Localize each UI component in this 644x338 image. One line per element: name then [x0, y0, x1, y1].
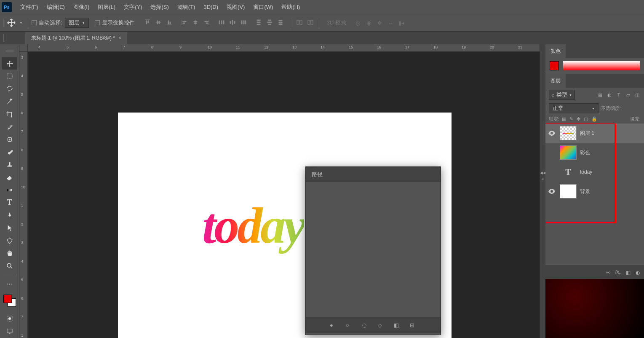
distribute-v-icon[interactable] [254, 17, 264, 27]
auto-select-target-dropdown[interactable]: 图层 ▼ [65, 18, 89, 28]
menu-file[interactable]: 文件(F) [16, 0, 43, 14]
clone-stamp-tool[interactable] [2, 158, 17, 171]
type-tool[interactable]: T [2, 196, 17, 209]
link-layers-icon[interactable]: ⚯ [606, 270, 610, 276]
layer-fx-icon[interactable]: fx▾ [615, 269, 621, 276]
menu-help[interactable]: 帮助(H) [277, 0, 304, 14]
layer-row[interactable]: 图层 1 [545, 123, 644, 143]
gradient-tool[interactable] [2, 184, 17, 196]
panel-menu-icon[interactable]: ≡ [542, 177, 544, 181]
3d-pan-icon[interactable]: ✥ [374, 18, 385, 28]
close-tab-icon[interactable]: × [118, 35, 121, 41]
color-swatch-icon[interactable] [550, 61, 559, 70]
menu-type[interactable]: 文字(Y) [120, 0, 146, 14]
layer-name-label[interactable]: 背景 [580, 188, 590, 195]
fill-path-icon[interactable]: ● [330, 322, 337, 329]
layer-thumbnail[interactable] [560, 145, 577, 160]
edit-toolbar-button[interactable]: ⋯ [2, 278, 17, 290]
filter-shape-icon[interactable]: ▱ [625, 91, 631, 98]
align-right-icon[interactable] [201, 17, 211, 27]
shape-tool[interactable] [2, 234, 17, 247]
distribute-h-icon[interactable] [216, 17, 227, 27]
auto-align2-icon[interactable] [305, 17, 315, 27]
expand-panel-icon[interactable]: ◀◀ [540, 171, 546, 175]
lock-position-icon[interactable]: ✥ [577, 116, 580, 122]
lasso-tool[interactable] [2, 83, 17, 95]
lock-all-icon[interactable]: 🔒 [591, 116, 597, 122]
document-tab[interactable]: 未标题-1 @ 100% (图层 1, RGB/8#) * × [25, 32, 127, 44]
fg-color-swatch[interactable] [3, 295, 12, 303]
show-transform-checkbox[interactable] [95, 20, 100, 25]
magic-wand-tool[interactable] [2, 95, 17, 107]
layer-type-filter-dropdown[interactable]: ⌕ 类型 ▼ [549, 90, 575, 100]
align-vcenter-icon[interactable] [153, 17, 163, 27]
color-swatches[interactable] [3, 295, 16, 307]
visibility-eye-icon[interactable] [547, 131, 556, 136]
distribute-right-icon[interactable] [238, 17, 249, 27]
filter-adjust-icon[interactable]: ◐ [606, 91, 613, 98]
menu-3d[interactable]: 3D(D) [199, 0, 222, 14]
new-path-icon[interactable]: ⊞ [410, 322, 417, 329]
collapsed-panel-strip[interactable]: ◀◀ ≡ [540, 44, 545, 338]
layer-row[interactable]: 背景 [545, 182, 644, 201]
layers-tab[interactable]: 图层 [545, 74, 566, 88]
auto-select-checkbox[interactable] [32, 20, 37, 25]
eraser-tool[interactable] [2, 171, 17, 183]
menu-layer[interactable]: 图层(L) [94, 0, 120, 14]
layer-name-label[interactable]: today [580, 169, 592, 175]
canvas-area[interactable]: 456789101112131415161718192021 345678910… [19, 44, 540, 338]
filter-type-icon[interactable]: T [615, 91, 622, 98]
zoom-tool[interactable] [2, 260, 17, 272]
layer-thumbnail[interactable] [560, 126, 577, 140]
eyedropper-tool[interactable] [2, 121, 17, 133]
paths-panel-header[interactable]: 路径 [306, 167, 441, 182]
distribute-vcenter-icon[interactable] [265, 17, 275, 27]
lock-image-icon[interactable]: ✎ [569, 116, 573, 122]
layer-row[interactable]: Ttoday [545, 162, 644, 182]
quick-mask-tool[interactable] [2, 313, 17, 325]
path-select-tool[interactable] [2, 222, 17, 234]
3d-camera-icon[interactable]: ▮◂ [396, 18, 406, 28]
crop-tool[interactable] [2, 108, 17, 120]
brush-tool[interactable] [2, 146, 17, 158]
menu-window[interactable]: 窗口(W) [249, 0, 277, 14]
tool-dropdown-icon[interactable]: ▼ [18, 19, 24, 26]
menu-image[interactable]: 图像(I) [69, 0, 94, 14]
distribute-hcenter-icon[interactable] [227, 17, 238, 27]
3d-slide-icon[interactable]: ↔ [385, 18, 395, 28]
menu-select[interactable]: 选择(S) [146, 0, 173, 14]
paths-panel[interactable]: 路径 ● ○ ◌ ◇ ◧ ⊞ [305, 166, 441, 335]
auto-align-icon[interactable] [294, 17, 305, 27]
move-tool[interactable] [2, 57, 17, 70]
make-work-path-icon[interactable]: ◇ [378, 322, 385, 329]
pen-tool[interactable] [2, 209, 17, 221]
layer-row[interactable]: 彩色 [545, 143, 644, 162]
stroke-path-icon[interactable]: ○ [346, 322, 353, 329]
layer-thumbnail[interactable] [560, 184, 577, 199]
align-left-icon[interactable] [179, 17, 190, 27]
layer-name-label[interactable]: 图层 1 [580, 130, 594, 137]
menu-view[interactable]: 视图(V) [222, 0, 249, 14]
path-to-selection-icon[interactable]: ◌ [362, 322, 369, 329]
hand-tool[interactable] [2, 247, 17, 259]
align-top-icon[interactable] [142, 17, 152, 27]
marquee-tool[interactable] [2, 70, 17, 82]
3d-orbit-icon[interactable]: ◎ [353, 18, 363, 28]
align-bottom-icon[interactable] [164, 17, 174, 27]
add-mask-icon[interactable]: ◧ [394, 322, 401, 329]
screen-mode-tool[interactable] [2, 325, 17, 338]
menu-filter[interactable]: 滤镜(T) [173, 0, 200, 14]
color-spectrum[interactable] [563, 61, 640, 70]
lock-artboard-icon[interactable]: ▢ [584, 116, 588, 122]
layer-name-label[interactable]: 彩色 [580, 149, 590, 156]
blend-mode-dropdown[interactable]: 正常 ▼ [549, 103, 599, 113]
lock-transparent-icon[interactable]: ▦ [562, 116, 566, 122]
visibility-eye-icon[interactable] [547, 189, 556, 194]
add-mask-icon[interactable]: ◧ [626, 270, 631, 276]
menu-edit[interactable]: 编辑(E) [43, 0, 69, 14]
adjustment-layer-icon[interactable]: ◐ [636, 270, 640, 276]
align-hcenter-icon[interactable] [190, 17, 200, 27]
layer-thumbnail[interactable]: T [560, 165, 577, 179]
distribute-bottom-icon[interactable] [275, 17, 286, 27]
3d-roll-icon[interactable]: ◉ [363, 18, 374, 28]
